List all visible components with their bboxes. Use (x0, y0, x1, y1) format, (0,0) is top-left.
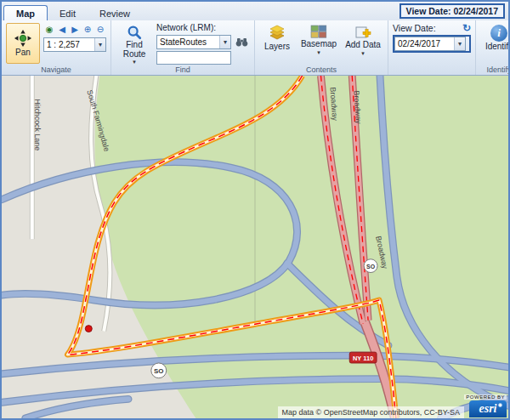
group-navigate: Pan ◉ ◀ ▶ ⊕ ⊖ 1 : 2,257 ▾ Naviga (2, 20, 111, 75)
route-shield-1: SO (151, 363, 167, 378)
view-date-highlight: 02/24/2017 ▾ (393, 35, 471, 53)
search-routes-button[interactable] (233, 34, 250, 49)
find-route-label: Find Route (118, 41, 150, 59)
previous-extent-icon[interactable]: ◀ (56, 24, 68, 35)
extent-toolbar: ◉ ◀ ▶ ⊕ ⊖ (43, 24, 106, 35)
next-extent-icon[interactable]: ▶ (69, 24, 81, 35)
identify-button[interactable]: i Identify (480, 23, 510, 54)
identify-info-icon: i (490, 25, 507, 42)
layers-button[interactable]: Layers (259, 23, 295, 54)
svg-text:SO: SO (366, 264, 376, 270)
add-data-dropdown-arrow[interactable]: ▾ (361, 51, 365, 55)
network-dropdown-arrow[interactable]: ▾ (219, 36, 230, 48)
refresh-view-date-icon[interactable]: ↻ (462, 23, 471, 33)
tab-review[interactable]: Review (88, 6, 142, 20)
full-extent-icon[interactable]: ◉ (43, 24, 55, 35)
zoom-in-icon[interactable]: ⊕ (82, 24, 94, 35)
group-label-identify: Identify (476, 65, 510, 74)
svg-text:NY 110: NY 110 (353, 355, 373, 362)
route-shield-ny110: NY 110 (349, 352, 377, 363)
svg-text:SO: SO (154, 367, 163, 375)
group-contents: Layers Basemap ▾ (255, 20, 388, 75)
esri-logo: POWERED BY esri (464, 394, 507, 417)
find-route-icon (127, 25, 142, 40)
tab-map[interactable]: Map (3, 5, 48, 20)
layers-icon (268, 25, 286, 42)
group-label-navigate: Navigate (2, 65, 110, 74)
label-hitchcock-lane: Hitchcock Lane (33, 99, 42, 151)
map-svg: SO SO NY 110 Hitchcock Lane South Farmin… (2, 76, 508, 418)
binoculars-icon (235, 37, 248, 47)
esri-brand-text: esri (479, 402, 497, 416)
view-date-banner: View Date: 02/24/2017 (400, 3, 505, 19)
layers-label: Layers (264, 43, 290, 52)
basemap-label: Basemap (301, 40, 337, 49)
ribbon-tab-bar: Map Edit Review View Date: 02/24/2017 (2, 2, 508, 20)
basemap-dropdown-arrow[interactable]: ▾ (317, 50, 320, 54)
network-lrm-label: Network (LRM): (156, 23, 250, 32)
pan-button[interactable]: Pan (6, 23, 40, 64)
pan-icon (14, 29, 32, 48)
powered-by-label: POWERED BY (464, 394, 507, 400)
esri-globe-icon (498, 403, 502, 407)
add-data-icon (354, 25, 371, 40)
basemap-button[interactable]: Basemap ▾ (298, 23, 339, 56)
zoom-out-icon[interactable]: ⊖ (94, 24, 106, 35)
add-data-button[interactable]: Add Data ▾ (343, 23, 383, 57)
group-view-date: View Date: ↻ 02/24/2017 ▾ (388, 20, 476, 75)
ribbon: Pan ◉ ◀ ▶ ⊕ ⊖ 1 : 2,257 ▾ Naviga (2, 20, 508, 76)
esri-brand: esri (469, 400, 507, 417)
scale-select[interactable]: 1 : 2,257 ▾ (43, 37, 106, 52)
route-input[interactable] (156, 51, 231, 65)
group-identify: i Identify Identify (476, 20, 510, 75)
view-date-label: View Date: (393, 23, 436, 33)
identify-label: Identify (485, 43, 510, 52)
map-attribution: Map data © OpenStreetMap contributors, C… (278, 406, 464, 418)
scale-dropdown-arrow[interactable]: ▾ (94, 38, 105, 51)
basemap-icon (310, 25, 327, 39)
group-find: Find Route ▾ Network (LRM): StateRoutes … (111, 20, 255, 75)
view-date-value: 02/24/2017 (395, 39, 454, 48)
find-route-dropdown-arrow[interactable]: ▾ (133, 60, 136, 64)
map-viewport[interactable]: SO SO NY 110 Hitchcock Lane South Farmin… (2, 76, 508, 418)
app-window: Map Edit Review View Date: 02/24/2017 Pa… (0, 0, 510, 420)
network-select[interactable]: StateRoutes ▾ (156, 35, 231, 49)
route-point-marker[interactable] (85, 326, 92, 332)
view-date-input[interactable]: 02/24/2017 ▾ (394, 37, 466, 51)
find-route-button[interactable]: Find Route ▾ (116, 23, 153, 65)
group-label-contents: Contents (255, 65, 388, 74)
scale-value: 1 : 2,257 (44, 40, 94, 49)
tab-edit[interactable]: Edit (48, 6, 88, 20)
route-shield-2: SO (364, 259, 377, 273)
group-label-find: Find (111, 65, 254, 74)
view-date-dropdown-arrow[interactable]: ▾ (454, 37, 465, 50)
add-data-label: Add Data (345, 41, 381, 50)
network-value: StateRoutes (157, 37, 219, 47)
pan-label: Pan (15, 48, 31, 58)
